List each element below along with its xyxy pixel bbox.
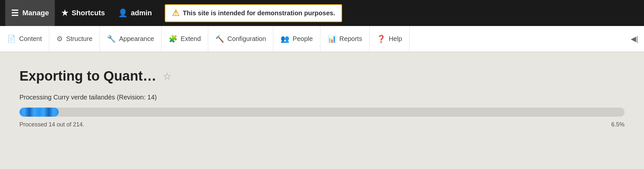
nav-reports[interactable]: 📊 Reports [320,26,370,52]
people-icon: 👥 [280,35,289,43]
admin-user-button[interactable]: 👤 admin [112,0,159,26]
shortcuts-label: Shortcuts [72,9,105,17]
processed-label: Processed 14 out of 214. [19,121,84,128]
configuration-icon: 🔨 [215,35,224,43]
nav-help-label: Help [389,35,402,43]
progress-bar-fill [19,108,59,117]
user-icon: 👤 [118,8,128,18]
nav-bar: 📄 Content ⚙ Structure 🔧 Appearance 🧩 Ext… [0,26,644,52]
reports-icon: 📊 [328,35,336,43]
manage-button[interactable]: ☰ Manage [5,0,55,26]
progress-pct-label: 6.5% [611,121,625,128]
nav-content-label: Content [19,35,42,43]
nav-spacer [410,26,625,52]
page-title-row: Exporting to Quant… ☆ [19,68,625,84]
nav-structure-label: Structure [66,35,92,43]
nav-extend-label: Extend [181,35,201,43]
nav-extend[interactable]: 🧩 Extend [161,26,208,52]
manage-label: Manage [22,9,49,17]
nav-structure[interactable]: ⚙ Structure [49,26,100,52]
help-icon: ❓ [377,35,386,43]
appearance-icon: 🔧 [107,35,116,43]
main-content: Exporting to Quant… ☆ Processing Curry v… [0,52,644,169]
demo-notice-banner: ⚠ This site is intended for demonstratio… [165,4,342,22]
structure-icon: ⚙ [56,35,63,43]
star-icon: ★ [61,8,68,18]
nav-people-label: People [292,35,313,43]
nav-reports-label: Reports [340,35,362,43]
nav-help[interactable]: ❓ Help [370,26,410,52]
content-icon: 📄 [7,35,16,43]
demo-notice-text: This site is intended for demonstration … [183,9,335,17]
progress-bar-container [19,108,625,117]
progress-footer: Processed 14 out of 214. 6.5% [19,121,625,128]
nav-configuration-label: Configuration [227,35,266,43]
shortcuts-button[interactable]: ★ Shortcuts [55,0,112,26]
nav-collapse-button[interactable]: ◀| [625,26,644,52]
hamburger-icon: ☰ [11,8,19,18]
nav-appearance[interactable]: 🔧 Appearance [100,26,161,52]
extend-icon: 🧩 [169,35,177,43]
nav-content[interactable]: 📄 Content [0,26,49,52]
admin-bar: ☰ Manage ★ Shortcuts 👤 admin ⚠ This site… [0,0,644,26]
warning-icon: ⚠ [172,8,179,18]
nav-appearance-label: Appearance [119,35,154,43]
processing-text: Processing Curry verde tailandés (Revisi… [19,94,625,101]
collapse-icon: ◀| [631,35,638,43]
bookmark-star-icon[interactable]: ☆ [163,71,172,82]
admin-label: admin [131,9,152,17]
page-title: Exporting to Quant… [19,68,156,84]
nav-configuration[interactable]: 🔨 Configuration [208,26,273,52]
nav-people[interactable]: 👥 People [273,26,320,52]
